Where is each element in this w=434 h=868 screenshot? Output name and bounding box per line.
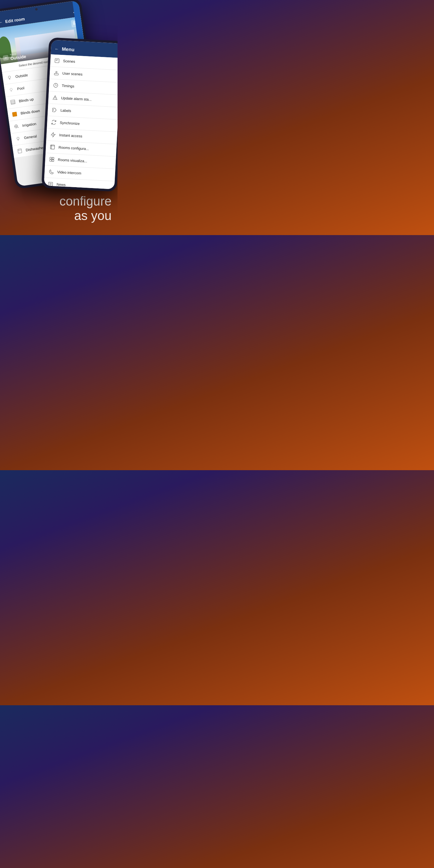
bottom-text-area: configure as you: [59, 194, 112, 223]
general-icon: [14, 135, 22, 143]
svg-point-28: [55, 98, 55, 99]
svg-rect-25: [54, 73, 59, 75]
svg-rect-30: [50, 145, 55, 149]
timings-icon: [53, 82, 59, 89]
news-label: News: [56, 182, 66, 187]
sync-icon: [51, 119, 57, 125]
menu-title: Menu: [62, 46, 75, 53]
svg-point-5: [10, 88, 12, 90]
as-you-text: as you: [59, 209, 112, 223]
blinds-up-icon: [9, 98, 17, 106]
svg-rect-6: [10, 91, 12, 92]
outside-icon: [5, 73, 13, 82]
svg-point-18: [17, 137, 19, 140]
svg-point-24: [56, 71, 57, 73]
svg-rect-20: [18, 149, 22, 153]
svg-rect-19: [18, 140, 19, 141]
timings-label: Timings: [62, 84, 74, 88]
phone-icon: [48, 168, 54, 175]
phone-menu: ← Menu Scenes: [41, 37, 118, 192]
svg-line-17: [14, 126, 18, 126]
header-left: ← Edit room: [0, 17, 25, 25]
synchronize-label: Synchronize: [60, 121, 80, 126]
svg-rect-31: [50, 157, 52, 159]
rooms-visual-label: Rooms visualiza...: [58, 158, 87, 163]
user-scenes-icon: [53, 70, 60, 76]
rooms-visual-icon: [49, 156, 55, 162]
update-alarm-label: Update alarm sta...: [61, 96, 92, 101]
news-icon: [47, 181, 54, 187]
page-title: Edit room: [5, 17, 25, 24]
svg-rect-35: [49, 182, 53, 186]
svg-rect-33: [50, 159, 52, 161]
configure-text: configure: [59, 194, 112, 209]
svg-point-2: [8, 76, 10, 79]
svg-point-29: [53, 110, 54, 110]
rooms-config-label: Rooms configura...: [59, 145, 89, 151]
dishwasher-icon: [16, 147, 24, 155]
rooms-config-icon: [50, 144, 56, 150]
svg-rect-34: [52, 160, 54, 161]
user-scenes-label: User scenes: [62, 71, 83, 76]
phone-menu-screen: ← Menu Scenes: [44, 40, 118, 189]
house-edit-button[interactable]: ✏: [3, 55, 9, 61]
scenes-icon: [54, 58, 60, 64]
video-intercom-label: Video intercom: [57, 170, 82, 176]
irrigation-icon: [12, 122, 21, 130]
svg-rect-3: [9, 79, 10, 79]
menu-back-button[interactable]: ←: [55, 46, 59, 52]
scenes-label: Scenes: [63, 59, 75, 64]
menu-list: Scenes User scenes: [44, 54, 118, 189]
labels-icon: [51, 107, 58, 113]
svg-rect-32: [52, 157, 54, 159]
blinds-down-icon: [10, 110, 19, 119]
back-button[interactable]: ←: [0, 20, 3, 25]
labels-label: Labels: [60, 108, 71, 113]
house-name-text: Name Outside: [10, 51, 26, 61]
instant-access-label: Instant access: [59, 133, 82, 138]
pool-icon: [7, 86, 16, 94]
lightning-icon: [50, 131, 56, 138]
alarm-icon: [52, 95, 58, 101]
